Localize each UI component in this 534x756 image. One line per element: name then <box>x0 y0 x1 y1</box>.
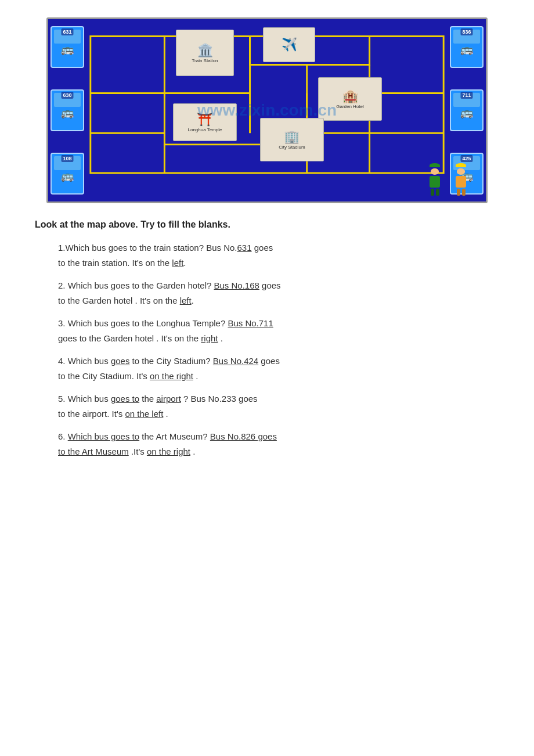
bus-630: 630 🚌 <box>50 89 84 131</box>
q2-answer2: left <box>180 296 192 305</box>
q6-answer1: Which bus goes to <box>68 431 139 441</box>
q1-answer1: 631 <box>237 243 252 253</box>
q1-line2: to the train station. It's on the left. <box>58 255 499 271</box>
q5-answer3: on the left <box>125 409 163 419</box>
q5-answer2: airport <box>156 394 181 404</box>
q1-answer2: left <box>172 258 183 268</box>
question-1: 1.Which bus goes to the train station? B… <box>58 240 499 270</box>
q6-line1: 6. Which bus goes to the Art Museum? Bus… <box>58 429 499 444</box>
q3-line1: 3. Which bus goes to the Longhua Temple?… <box>58 316 499 331</box>
longhua-temple-landmark: ⛩️ Longhua Temple <box>173 103 237 141</box>
q2-line1: 2. Which bus goes to the Garden hotel? B… <box>58 278 499 293</box>
question-3: 3. Which bus goes to the Longhua Temple?… <box>58 316 499 345</box>
q4-answer2: Bus No.424 <box>213 356 258 366</box>
q6-line2: to the Art Museum .It's on the right . <box>58 444 499 459</box>
instructions: Look at the map above. Try to fill the b… <box>35 219 499 230</box>
question-5: 5. Which bus goes to the airport ? Bus N… <box>58 391 499 421</box>
q4-answer1: goes <box>111 356 130 366</box>
page-container: 631 🚌 630 🚌 108 🚌 836 🚌 <box>0 0 534 490</box>
question-2: 2. Which bus goes to the Garden hotel? B… <box>58 278 499 308</box>
q4-line2: to the City Stadium. It's on the right . <box>58 369 499 384</box>
questions: 1.Which bus goes to the train station? B… <box>35 240 499 459</box>
q5-line2: to the airport. It's on the left . <box>58 406 499 422</box>
bus-836: 836 🚌 <box>450 26 484 68</box>
q2-answer1: Bus No.168 <box>214 280 259 290</box>
bus-108: 108 🚌 <box>50 153 84 195</box>
q3-answer1: Bus No.711 <box>228 318 273 328</box>
question-6: 6. Which bus goes to the Art Museum? Bus… <box>58 429 499 459</box>
map-image: 631 🚌 630 🚌 108 🚌 836 🚌 <box>46 17 488 203</box>
airport-landmark: ✈️ <box>263 27 315 62</box>
bus-left: 631 🚌 630 🚌 108 🚌 <box>50 19 84 201</box>
figure-yellow-hat <box>452 163 470 196</box>
q2-line2: to the Garden hotel . It's on the left. <box>58 293 499 308</box>
q4-answer3: on the right <box>150 371 193 381</box>
q6-answer4: on the right <box>147 447 190 456</box>
question-4: 4. Which bus goes to the City Stadium? B… <box>58 354 499 383</box>
q4-line1: 4. Which bus goes to the City Stadium? B… <box>58 354 499 369</box>
train-station-landmark: 🏛️ Train Station <box>176 30 234 76</box>
map-container: 631 🚌 630 🚌 108 🚌 836 🚌 <box>35 17 499 203</box>
q5-line1: 5. Which bus goes to the airport ? Bus N… <box>58 391 499 406</box>
q5-answer1: goes to <box>111 394 139 404</box>
garden-hotel-landmark: 🏨 Garden Hotel <box>318 77 382 121</box>
q3-answer2: right <box>201 333 218 343</box>
q3-line2: goes to the Garden hotel . It's on the r… <box>58 331 499 346</box>
q6-answer3: to the Art Museum <box>58 447 129 456</box>
city-stadium-landmark: 🏢 City Stadium <box>260 118 324 161</box>
q1-line1: 1.Which bus goes to the train station? B… <box>58 240 499 255</box>
figure-green <box>425 163 444 196</box>
q6-answer2: Bus No.826 goes <box>210 431 277 441</box>
bus-711: 711 🚌 <box>450 89 484 131</box>
bus-631: 631 🚌 <box>50 26 84 68</box>
